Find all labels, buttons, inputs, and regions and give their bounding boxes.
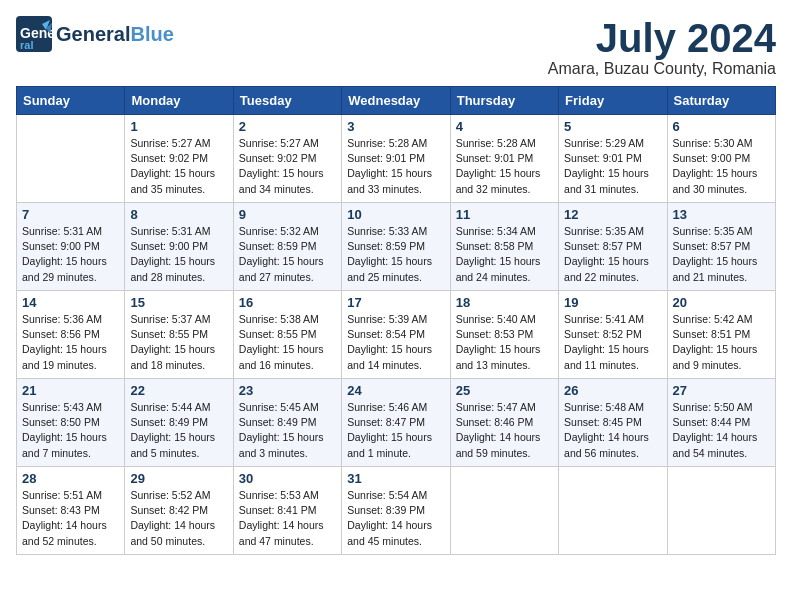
calendar-cell: 27Sunrise: 5:50 AM Sunset: 8:44 PM Dayli… bbox=[667, 379, 775, 467]
day-info: Sunrise: 5:32 AM Sunset: 8:59 PM Dayligh… bbox=[239, 224, 336, 285]
calendar-cell: 22Sunrise: 5:44 AM Sunset: 8:49 PM Dayli… bbox=[125, 379, 233, 467]
day-info: Sunrise: 5:46 AM Sunset: 8:47 PM Dayligh… bbox=[347, 400, 444, 461]
day-number: 7 bbox=[22, 207, 119, 222]
day-info: Sunrise: 5:43 AM Sunset: 8:50 PM Dayligh… bbox=[22, 400, 119, 461]
day-info: Sunrise: 5:47 AM Sunset: 8:46 PM Dayligh… bbox=[456, 400, 553, 461]
day-number: 26 bbox=[564, 383, 661, 398]
day-number: 17 bbox=[347, 295, 444, 310]
day-number: 6 bbox=[673, 119, 770, 134]
day-info: Sunrise: 5:33 AM Sunset: 8:59 PM Dayligh… bbox=[347, 224, 444, 285]
day-number: 12 bbox=[564, 207, 661, 222]
day-info: Sunrise: 5:38 AM Sunset: 8:55 PM Dayligh… bbox=[239, 312, 336, 373]
day-info: Sunrise: 5:54 AM Sunset: 8:39 PM Dayligh… bbox=[347, 488, 444, 549]
column-header-sunday: Sunday bbox=[17, 87, 125, 115]
calendar-cell: 25Sunrise: 5:47 AM Sunset: 8:46 PM Dayli… bbox=[450, 379, 558, 467]
day-number: 24 bbox=[347, 383, 444, 398]
calendar-cell: 7Sunrise: 5:31 AM Sunset: 9:00 PM Daylig… bbox=[17, 203, 125, 291]
calendar-week-1: 7Sunrise: 5:31 AM Sunset: 9:00 PM Daylig… bbox=[17, 203, 776, 291]
day-number: 13 bbox=[673, 207, 770, 222]
column-header-tuesday: Tuesday bbox=[233, 87, 341, 115]
day-info: Sunrise: 5:50 AM Sunset: 8:44 PM Dayligh… bbox=[673, 400, 770, 461]
day-number: 22 bbox=[130, 383, 227, 398]
column-header-wednesday: Wednesday bbox=[342, 87, 450, 115]
logo: Gene ral GeneralBlue bbox=[16, 16, 174, 52]
day-number: 21 bbox=[22, 383, 119, 398]
day-number: 15 bbox=[130, 295, 227, 310]
calendar-cell: 15Sunrise: 5:37 AM Sunset: 8:55 PM Dayli… bbox=[125, 291, 233, 379]
day-info: Sunrise: 5:34 AM Sunset: 8:58 PM Dayligh… bbox=[456, 224, 553, 285]
calendar-table: SundayMondayTuesdayWednesdayThursdayFrid… bbox=[16, 86, 776, 555]
day-number: 14 bbox=[22, 295, 119, 310]
month-title: July 2024 bbox=[548, 16, 776, 60]
day-info: Sunrise: 5:40 AM Sunset: 8:53 PM Dayligh… bbox=[456, 312, 553, 373]
day-number: 9 bbox=[239, 207, 336, 222]
day-number: 25 bbox=[456, 383, 553, 398]
day-number: 1 bbox=[130, 119, 227, 134]
column-header-friday: Friday bbox=[559, 87, 667, 115]
day-number: 10 bbox=[347, 207, 444, 222]
page-header: Gene ral GeneralBlue July 2024 Amara, Bu… bbox=[16, 16, 776, 78]
day-number: 31 bbox=[347, 471, 444, 486]
day-info: Sunrise: 5:37 AM Sunset: 8:55 PM Dayligh… bbox=[130, 312, 227, 373]
calendar-cell: 8Sunrise: 5:31 AM Sunset: 9:00 PM Daylig… bbox=[125, 203, 233, 291]
day-number: 18 bbox=[456, 295, 553, 310]
location: Amara, Buzau County, Romania bbox=[548, 60, 776, 78]
day-number: 29 bbox=[130, 471, 227, 486]
calendar-cell: 2Sunrise: 5:27 AM Sunset: 9:02 PM Daylig… bbox=[233, 115, 341, 203]
day-number: 8 bbox=[130, 207, 227, 222]
day-number: 5 bbox=[564, 119, 661, 134]
day-info: Sunrise: 5:30 AM Sunset: 9:00 PM Dayligh… bbox=[673, 136, 770, 197]
day-number: 30 bbox=[239, 471, 336, 486]
day-number: 11 bbox=[456, 207, 553, 222]
day-info: Sunrise: 5:39 AM Sunset: 8:54 PM Dayligh… bbox=[347, 312, 444, 373]
calendar-cell bbox=[559, 467, 667, 555]
day-info: Sunrise: 5:35 AM Sunset: 8:57 PM Dayligh… bbox=[564, 224, 661, 285]
calendar-cell: 24Sunrise: 5:46 AM Sunset: 8:47 PM Dayli… bbox=[342, 379, 450, 467]
calendar-week-0: 1Sunrise: 5:27 AM Sunset: 9:02 PM Daylig… bbox=[17, 115, 776, 203]
day-info: Sunrise: 5:31 AM Sunset: 9:00 PM Dayligh… bbox=[22, 224, 119, 285]
calendar-cell: 3Sunrise: 5:28 AM Sunset: 9:01 PM Daylig… bbox=[342, 115, 450, 203]
day-number: 20 bbox=[673, 295, 770, 310]
calendar-cell: 4Sunrise: 5:28 AM Sunset: 9:01 PM Daylig… bbox=[450, 115, 558, 203]
day-info: Sunrise: 5:42 AM Sunset: 8:51 PM Dayligh… bbox=[673, 312, 770, 373]
day-number: 16 bbox=[239, 295, 336, 310]
calendar-header: SundayMondayTuesdayWednesdayThursdayFrid… bbox=[17, 87, 776, 115]
title-block: July 2024 Amara, Buzau County, Romania bbox=[548, 16, 776, 78]
column-header-monday: Monday bbox=[125, 87, 233, 115]
day-info: Sunrise: 5:29 AM Sunset: 9:01 PM Dayligh… bbox=[564, 136, 661, 197]
day-info: Sunrise: 5:27 AM Sunset: 9:02 PM Dayligh… bbox=[130, 136, 227, 197]
calendar-cell: 11Sunrise: 5:34 AM Sunset: 8:58 PM Dayli… bbox=[450, 203, 558, 291]
calendar-cell: 26Sunrise: 5:48 AM Sunset: 8:45 PM Dayli… bbox=[559, 379, 667, 467]
day-info: Sunrise: 5:53 AM Sunset: 8:41 PM Dayligh… bbox=[239, 488, 336, 549]
calendar-cell: 13Sunrise: 5:35 AM Sunset: 8:57 PM Dayli… bbox=[667, 203, 775, 291]
day-info: Sunrise: 5:41 AM Sunset: 8:52 PM Dayligh… bbox=[564, 312, 661, 373]
svg-text:ral: ral bbox=[20, 39, 33, 51]
day-info: Sunrise: 5:28 AM Sunset: 9:01 PM Dayligh… bbox=[347, 136, 444, 197]
day-number: 28 bbox=[22, 471, 119, 486]
calendar-cell: 12Sunrise: 5:35 AM Sunset: 8:57 PM Dayli… bbox=[559, 203, 667, 291]
calendar-cell: 5Sunrise: 5:29 AM Sunset: 9:01 PM Daylig… bbox=[559, 115, 667, 203]
calendar-cell: 30Sunrise: 5:53 AM Sunset: 8:41 PM Dayli… bbox=[233, 467, 341, 555]
day-number: 23 bbox=[239, 383, 336, 398]
day-number: 19 bbox=[564, 295, 661, 310]
calendar-cell: 20Sunrise: 5:42 AM Sunset: 8:51 PM Dayli… bbox=[667, 291, 775, 379]
day-info: Sunrise: 5:28 AM Sunset: 9:01 PM Dayligh… bbox=[456, 136, 553, 197]
day-info: Sunrise: 5:35 AM Sunset: 8:57 PM Dayligh… bbox=[673, 224, 770, 285]
calendar-cell: 18Sunrise: 5:40 AM Sunset: 8:53 PM Dayli… bbox=[450, 291, 558, 379]
calendar-cell bbox=[450, 467, 558, 555]
calendar-cell: 17Sunrise: 5:39 AM Sunset: 8:54 PM Dayli… bbox=[342, 291, 450, 379]
calendar-cell: 1Sunrise: 5:27 AM Sunset: 9:02 PM Daylig… bbox=[125, 115, 233, 203]
calendar-cell: 6Sunrise: 5:30 AM Sunset: 9:00 PM Daylig… bbox=[667, 115, 775, 203]
day-number: 2 bbox=[239, 119, 336, 134]
calendar-cell: 23Sunrise: 5:45 AM Sunset: 8:49 PM Dayli… bbox=[233, 379, 341, 467]
logo-icon: Gene ral bbox=[16, 16, 52, 52]
column-header-thursday: Thursday bbox=[450, 87, 558, 115]
calendar-week-4: 28Sunrise: 5:51 AM Sunset: 8:43 PM Dayli… bbox=[17, 467, 776, 555]
day-number: 27 bbox=[673, 383, 770, 398]
calendar-week-3: 21Sunrise: 5:43 AM Sunset: 8:50 PM Dayli… bbox=[17, 379, 776, 467]
day-info: Sunrise: 5:36 AM Sunset: 8:56 PM Dayligh… bbox=[22, 312, 119, 373]
logo-text: GeneralBlue bbox=[56, 23, 174, 45]
calendar-cell: 19Sunrise: 5:41 AM Sunset: 8:52 PM Dayli… bbox=[559, 291, 667, 379]
column-header-saturday: Saturday bbox=[667, 87, 775, 115]
day-info: Sunrise: 5:31 AM Sunset: 9:00 PM Dayligh… bbox=[130, 224, 227, 285]
